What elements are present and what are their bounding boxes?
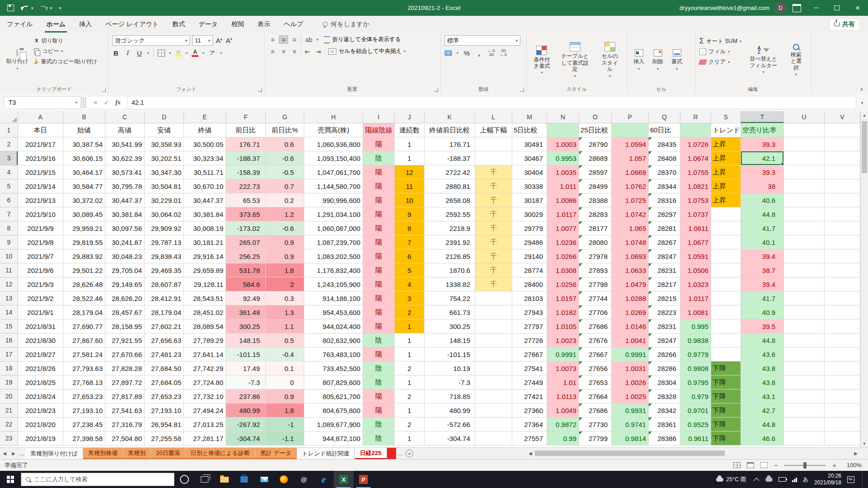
cell-R22[interactable]: 0.9525 [680,418,711,432]
cell-O15[interactable]: 27686 [579,319,612,333]
cell-K14[interactable]: 661.73 [425,305,475,319]
sheet-tab-日別と株価による診断[interactable]: 日別と株価による診断 [185,448,255,459]
copy-button[interactable]: コピー ▾ [34,47,98,55]
row-header-1[interactable]: 1 [0,123,18,137]
cell-U17[interactable] [784,347,825,361]
cell-F7[interactable]: 373.65 [226,207,266,221]
cell-L13[interactable] [475,291,512,305]
cell-H2[interactable]: 1,060,936,800 [304,137,363,151]
cell-U20[interactable] [784,389,825,404]
number-dialog-launcher-icon[interactable] [520,88,524,92]
cell-T21[interactable]: 42.7 [741,404,784,418]
decrease-indent-icon[interactable]: ⇤ [303,47,312,56]
cell-E12[interactable]: 29,128.11 [184,277,226,291]
cell-E19[interactable]: 27,724.80 [184,375,226,389]
cell-Q6[interactable]: 28316 [649,193,680,207]
row-header-3[interactable]: 3 [0,151,18,165]
cell-A17[interactable]: 2021/8/27 [18,347,63,361]
cell-O2[interactable]: 28790 [579,137,612,151]
cell-G5[interactable]: 0.7 [266,179,304,193]
cell-K19[interactable]: -7.3 [425,375,475,389]
column-header-J[interactable]: J [395,111,425,123]
cell-Q7[interactable]: 28297 [649,207,680,221]
cell-N6[interactable]: 1.0086 [547,193,579,207]
cell-U1[interactable] [784,123,825,137]
cell-O1[interactable]: 25日比較 [579,123,612,137]
cell-P14[interactable]: 1.0269 [612,305,649,319]
cell-M2[interactable]: 30491 [512,137,547,151]
cell-P17[interactable]: 0.9991 [612,347,649,361]
cell-D22[interactable]: 26,954.81 [145,418,184,432]
column-header-M[interactable]: M [512,111,547,123]
formula-bar-splitter[interactable] [80,98,87,108]
cell-J18[interactable]: 2 [395,361,425,375]
cell-R14[interactable]: 1.0081 [680,305,711,319]
cell-E21[interactable]: 27,494.24 [184,404,226,418]
cell-I17[interactable]: 陽 [363,347,395,361]
cell-M22[interactable]: 27364 [512,418,547,432]
cell-L4[interactable]: 千 [475,165,512,179]
cell-T12[interactable]: 39.4 [741,277,784,291]
phonetic-guide-button[interactable]: ア [208,49,216,57]
cell-L2[interactable] [475,137,512,151]
cell-P15[interactable]: 1.0146 [612,319,649,333]
cell-O12[interactable]: 27798 [579,277,612,291]
font-dialog-launcher-icon[interactable] [258,88,262,92]
cell-T20[interactable]: 43.1 [741,389,784,404]
cell-R10[interactable]: 1.0591 [680,249,711,263]
cell-J22[interactable]: 2 [395,418,425,432]
cell-M18[interactable]: 27541 [512,361,547,375]
cell-S7[interactable] [711,207,741,221]
cell-R8[interactable]: 1.0611 [680,221,711,235]
expand-formula-bar-icon[interactable]: ▾ [856,100,868,105]
cell-R6[interactable]: 1.0753 [680,193,711,207]
cell-A23[interactable]: 2021/8/19 [18,432,63,446]
row-header-6[interactable]: 6 [0,193,18,207]
cell-J6[interactable]: 10 [395,193,425,207]
row-header-18[interactable]: 18 [0,361,18,375]
cell-S19[interactable]: 下降 [711,375,741,389]
cell-B22[interactable]: 27,238.45 [63,418,105,432]
column-header-E[interactable]: E [184,111,226,123]
conditional-formatting-button[interactable]: 条件付き書式▾ [530,35,553,85]
customize-qat-icon[interactable]: ▾ [59,6,61,10]
cell-U16[interactable] [784,333,825,347]
clipboard-dialog-launcher-icon[interactable] [102,88,106,92]
column-header-F[interactable]: F [226,111,266,123]
row-header-22[interactable]: 22 [0,418,18,432]
row-header-7[interactable]: 7 [0,207,18,221]
align-right-icon[interactable]: ≡ [290,47,299,56]
cell-Q9[interactable]: 28267 [649,235,680,249]
cell-L12[interactable]: 千 [475,277,512,291]
cell-M14[interactable]: 27943 [512,305,547,319]
cell-E8[interactable]: 30,008.19 [184,221,226,235]
name-box[interactable]: T3▾ [4,96,80,109]
cell-R9[interactable]: 1.0677 [680,235,711,249]
cell-B19[interactable]: 27,768.13 [63,375,105,389]
cell-P4[interactable]: 1.0669 [612,165,649,179]
cell-B18[interactable]: 27,793.63 [63,361,105,375]
cell-V19[interactable] [825,375,860,389]
cell-I18[interactable]: 陰 [363,361,395,375]
cell-M6[interactable]: 30187 [512,193,547,207]
cell-A5[interactable]: 2021/9/14 [18,179,63,193]
cell-C15[interactable]: 28,158.95 [105,319,145,333]
cell-Q8[interactable]: 28281 [649,221,680,235]
cell-G14[interactable]: 1.3 [266,305,304,319]
ribbon-tab-ファイル[interactable]: ファイル [0,16,39,33]
cell-F23[interactable]: -304.74 [226,432,266,446]
cell-S11[interactable] [711,263,741,277]
cell-D23[interactable]: 27,255.58 [145,432,184,446]
cell-I21[interactable]: 陽 [363,404,395,418]
cell-H13[interactable]: 914,186,100 [304,291,363,305]
cell-F15[interactable]: 300.25 [226,319,266,333]
page-layout-view-icon[interactable] [747,462,754,468]
cell-S2[interactable]: 上昇 [711,137,741,151]
column-header-T[interactable]: T [741,111,784,123]
cell-G11[interactable]: 1.8 [266,263,304,277]
cell-L6[interactable]: 千 [475,193,512,207]
vertical-scrollbar-thumb[interactable] [862,121,867,173]
fill-button[interactable]: ↓フィル ▾ [699,48,741,56]
cell-P5[interactable]: 1.0762 [612,179,649,193]
cell-P23[interactable]: 0.9814 [612,432,649,446]
